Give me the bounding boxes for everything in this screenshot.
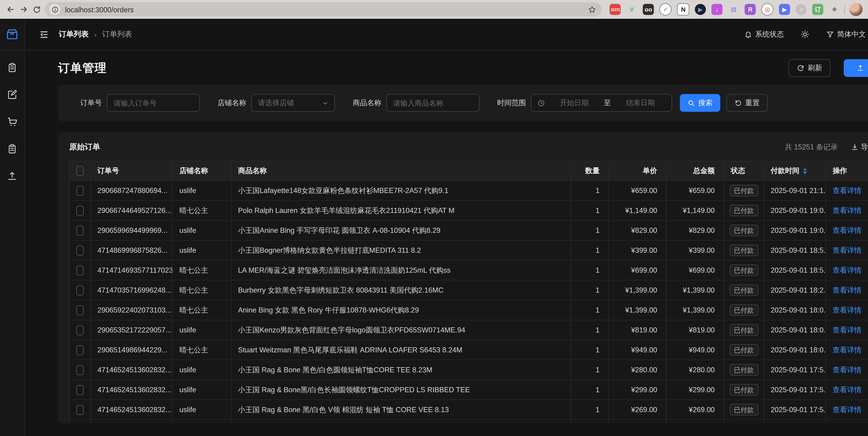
view-details-link[interactable]: 查看详情 [833, 345, 862, 355]
view-details-link[interactable]: 查看详情 [833, 405, 862, 415]
extension-bar: 15371Voo✓N▶↓⊡R◎▶○订❖ [610, 3, 840, 15]
sidebar-item-report-list[interactable] [6, 143, 18, 155]
cell-product: 小王国 Rag & Bone黑/白色长袖圆领螺纹T恤CROPPED LS RIB… [231, 380, 571, 400]
page-title-row: 订单管理 刷新 导入 [58, 58, 868, 78]
cell-qty: 1 [571, 181, 609, 200]
row-checkbox[interactable] [76, 345, 84, 355]
system-status-button[interactable]: 系统状态 [744, 29, 784, 39]
reset-button[interactable]: 重置 [726, 94, 768, 112]
ext-play-dark-icon[interactable]: ▶ [695, 4, 706, 15]
ext-eyes-icon[interactable]: oo [643, 4, 654, 15]
shop-select[interactable]: 请选择店铺 [251, 94, 335, 112]
row-checkbox[interactable] [76, 305, 84, 315]
view-details-link[interactable]: 查看详情 [833, 325, 862, 335]
browser-profile-avatar[interactable] [849, 3, 862, 16]
site-info-icon[interactable] [50, 4, 61, 15]
view-details-link[interactable]: 查看详情 [833, 385, 862, 395]
row-checkbox[interactable] [76, 245, 84, 255]
row-checkbox[interactable] [76, 205, 84, 215]
bookmark-star-icon[interactable] [588, 5, 596, 14]
ext-notion-icon[interactable]: N [677, 3, 689, 15]
app-logo[interactable] [0, 19, 24, 50]
row-checkbox[interactable] [76, 405, 84, 415]
cell-orderNo: 2906687247880694... [91, 181, 173, 200]
ext-play-blue-icon[interactable]: ▶ [779, 4, 790, 15]
view-details-link[interactable]: 查看详情 [833, 305, 862, 315]
sort-carets-icon[interactable] [803, 168, 807, 174]
browser-back-icon[interactable] [6, 3, 15, 16]
cell-total: ¥280.00 [666, 360, 724, 380]
url-text[interactable]: localhost:3000/orders [65, 5, 584, 14]
ext-ring-gray-icon[interactable]: ○ [796, 4, 807, 15]
start-date-placeholder[interactable]: 开始日期 [549, 98, 599, 108]
sidebar-item-upload[interactable] [6, 170, 18, 182]
language-switcher[interactable]: 简体中文 [826, 29, 866, 39]
ext-screenshot-icon[interactable]: ⊡ [728, 4, 739, 15]
ext-vue-icon[interactable]: V [626, 4, 637, 15]
ext-check-ring-icon[interactable]: ✓ [659, 3, 672, 15]
cell-qty: 1 [571, 340, 609, 360]
cell-product: 小王国Anine Bing 手写字母印花 圆领卫衣 A-08-10904 代购8… [231, 221, 571, 240]
cell-price: ¥299.00 [609, 380, 666, 400]
sidebar-item-cart[interactable] [6, 115, 18, 128]
view-details-link[interactable]: 查看详情 [833, 186, 862, 196]
breadcrumb-item-current-parent[interactable]: 订单列表 [59, 29, 89, 39]
breadcrumb-item-current[interactable]: 订单列表 [102, 29, 132, 39]
cell-payTime: 2025-09-01 18:0... [764, 340, 826, 360]
refresh-label: 刷新 [808, 63, 822, 73]
cell-orderNo: 47146524513602832... [91, 360, 173, 380]
row-checkbox[interactable] [76, 265, 84, 275]
row-checkbox[interactable] [76, 226, 84, 235]
theme-toggle-button[interactable] [801, 30, 809, 39]
product-input[interactable] [386, 94, 479, 112]
select-all-checkbox[interactable] [76, 166, 84, 176]
row-checkbox[interactable] [76, 186, 84, 196]
ext-mail-badge-icon[interactable]: 15371 [610, 4, 621, 15]
table-row: 47146524513602832...uslife小王国 Rag & Bone… [70, 400, 868, 420]
clipboard-icon [7, 62, 18, 73]
import-button[interactable]: 导入 [844, 59, 868, 77]
address-bar[interactable]: localhost:3000/orders [45, 2, 602, 17]
cell-total: ¥299.00 [666, 380, 724, 400]
view-details-link[interactable]: 查看详情 [833, 205, 862, 215]
ext-r-letter-icon[interactable]: R [745, 4, 756, 15]
order-no-input[interactable] [107, 94, 200, 112]
cell-price: ¥829.00 [609, 221, 666, 240]
browser-forward-icon[interactable] [19, 3, 29, 16]
refresh-button[interactable]: 刷新 [788, 59, 831, 77]
search-label: 搜索 [698, 98, 712, 108]
row-checkbox[interactable] [76, 285, 84, 295]
date-range-picker[interactable]: 开始日期 至 结束日期 [531, 94, 672, 112]
sidebar-item-order-list[interactable] [6, 61, 18, 74]
sidebar-menu [6, 50, 18, 182]
sidebar-item-edit[interactable] [6, 89, 18, 101]
cell-shop: 晴七公主 [173, 340, 231, 360]
view-details-link[interactable]: 查看详情 [833, 245, 862, 255]
view-details-link[interactable]: 查看详情 [833, 365, 862, 375]
view-details-link[interactable]: 查看详情 [833, 226, 862, 235]
row-checkbox[interactable] [76, 325, 84, 335]
cell-orderNo: 2906599694499969... [91, 221, 173, 240]
view-details-link[interactable]: 查看详情 [833, 265, 862, 275]
sortable-column-payTime[interactable]: 付款时间 [764, 162, 826, 180]
cell-shop: uslife [173, 360, 231, 380]
cell-total: ¥829.00 [666, 221, 724, 240]
ext-target-icon[interactable]: ◎ [762, 3, 774, 15]
search-button[interactable]: 搜索 [680, 94, 720, 112]
table-row: 29066744649527126...晴七公主Polo Ralph Laure… [70, 201, 868, 221]
table-row: 47147035716996248...晴七公主Burberry 女款黑色字母刺… [70, 280, 868, 300]
browser-reload-icon[interactable] [32, 3, 41, 16]
menu-fold-icon[interactable] [39, 30, 49, 39]
ext-download-purple-icon[interactable]: ↓ [712, 4, 723, 15]
funnel-icon [826, 30, 834, 38]
date-range-label: 时间范围 [497, 98, 526, 108]
view-details-link[interactable]: 查看详情 [833, 285, 862, 295]
row-checkbox[interactable] [76, 365, 84, 375]
cell-payTime: 2025-09-01 18:2... [764, 280, 826, 300]
export-button[interactable]: 导出 [851, 142, 868, 152]
ext-ding-green-icon[interactable]: 订 [812, 4, 824, 15]
ext-puzzle-icon[interactable]: ❖ [829, 4, 840, 15]
row-checkbox[interactable] [76, 385, 84, 395]
cell-total: ¥699.00 [666, 261, 724, 280]
end-date-placeholder[interactable]: 结束日期 [615, 98, 665, 108]
